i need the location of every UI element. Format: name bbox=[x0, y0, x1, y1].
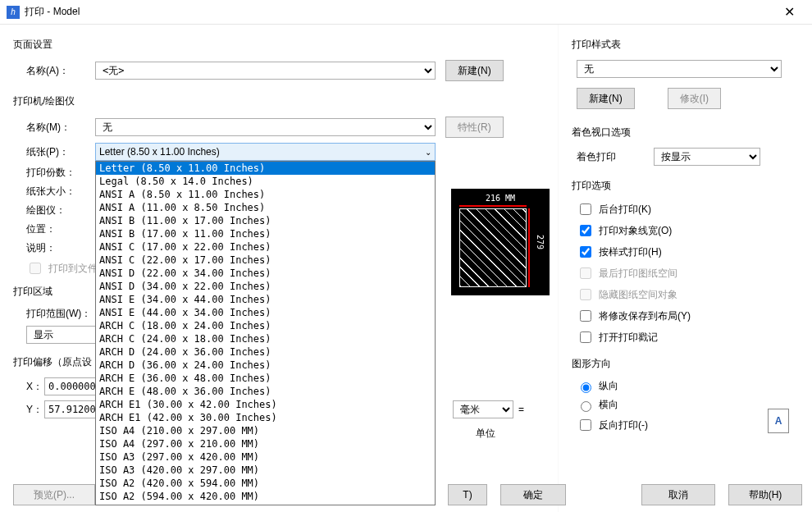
opt-save-label: 将修改保存到布局(Y) bbox=[599, 309, 691, 323]
preview-width-label: 216 MM bbox=[486, 194, 515, 203]
plot-to-file-checkbox bbox=[30, 263, 41, 274]
paper-select[interactable]: Letter (8.50 x 11.00 Inches) ⌄ bbox=[95, 143, 436, 161]
close-icon[interactable]: ✕ bbox=[773, 4, 805, 20]
preview-margin-top-icon bbox=[459, 205, 527, 207]
paper-option[interactable]: ISO A3 (420.00 x 297.00 MM) bbox=[96, 464, 435, 477]
desc-label: 说明： bbox=[13, 241, 95, 255]
title-bar: h 打印 - Model ✕ bbox=[0, 0, 812, 25]
paper-option[interactable]: ARCH E (36.00 x 48.00 Inches) bbox=[96, 372, 435, 385]
opt-lineweight-label: 打印对象线宽(O) bbox=[599, 224, 672, 238]
opt-stamp-label: 打开打印戳记 bbox=[599, 331, 658, 345]
orient-landscape-label: 横向 bbox=[599, 398, 618, 412]
paper-option[interactable]: ISO A2 (420.00 x 594.00 MM) bbox=[96, 477, 435, 490]
paper-option[interactable]: ARCH E1 (42.00 x 30.00 Inches) bbox=[96, 411, 435, 424]
page-setup-name-select[interactable]: <无> bbox=[95, 62, 436, 80]
shade-plot-label: 着色打印 bbox=[572, 150, 654, 164]
app-icon: h bbox=[7, 6, 20, 19]
plot-range-label: 打印范围(W)： bbox=[13, 307, 107, 321]
paper-option[interactable]: ANSI B (11.00 x 17.00 Inches) bbox=[96, 214, 435, 227]
opt-last-checkbox bbox=[580, 267, 591, 279]
plot-options-heading: 打印选项 bbox=[572, 179, 799, 193]
paper-option[interactable]: ANSI A (8.50 x 11.00 Inches) bbox=[96, 188, 435, 201]
paper-option[interactable]: ISO A4 (210.00 x 297.00 MM) bbox=[96, 424, 435, 437]
preview-button: 预览(P)... bbox=[13, 484, 95, 505]
style-modify-button: 修改(I) bbox=[668, 88, 721, 109]
copies-label: 打印份数： bbox=[13, 166, 95, 180]
printer-heading: 打印机/绘图仪 bbox=[13, 94, 545, 108]
page-setup-heading: 页面设置 bbox=[13, 38, 545, 52]
paper-option[interactable]: ARCH D (36.00 x 24.00 Inches) bbox=[96, 359, 435, 372]
paper-option[interactable]: ARCH D (24.00 x 36.00 Inches) bbox=[96, 345, 435, 359]
paper-option[interactable]: ISO A3 (297.00 x 420.00 MM) bbox=[96, 450, 435, 464]
opt-lineweight-checkbox[interactable] bbox=[580, 225, 591, 236]
page-setup-name-label: 名称(A)： bbox=[13, 64, 95, 78]
orient-landscape-radio[interactable] bbox=[581, 401, 591, 412]
location-label: 位置： bbox=[13, 222, 95, 236]
orient-portrait-radio[interactable] bbox=[581, 382, 591, 393]
paper-size-label: 纸张大小： bbox=[13, 185, 95, 199]
paper-selected-value: Letter (8.50 x 11.00 Inches) bbox=[99, 146, 220, 158]
opt-hide-label: 隐藏图纸空间对象 bbox=[599, 288, 677, 302]
paper-option[interactable]: ISO A2 (594.00 x 420.00 MM) bbox=[96, 490, 435, 503]
paper-option[interactable]: ANSI E (34.00 x 44.00 Inches) bbox=[96, 293, 435, 306]
opt-stamp-checkbox[interactable] bbox=[580, 331, 591, 343]
cancel-button[interactable]: 取消 bbox=[641, 484, 715, 505]
page-setup-new-button[interactable]: 新建(N) bbox=[445, 60, 504, 81]
opt-styles-label: 按样式打印(H) bbox=[599, 245, 662, 259]
orient-portrait-label: 纵向 bbox=[599, 379, 618, 393]
paper-option[interactable]: ISO A1 (594.00 x 841.00 MM) bbox=[96, 503, 435, 505]
paper-option[interactable]: Letter (8.50 x 11.00 Inches) bbox=[96, 162, 435, 175]
scale-unit-select[interactable]: 毫米 bbox=[453, 400, 513, 418]
orient-reverse-label: 反向打印(-) bbox=[599, 418, 648, 432]
opt-background-checkbox[interactable] bbox=[580, 203, 591, 215]
paper-option[interactable]: ARCH C (18.00 x 24.00 Inches) bbox=[96, 319, 435, 332]
paper-option[interactable]: ARCH E1 (30.00 x 42.00 Inches) bbox=[96, 398, 435, 411]
offset-x-label: X： bbox=[26, 380, 44, 394]
printer-name-label: 名称(M)： bbox=[13, 121, 95, 135]
ok-button[interactable]: 确定 bbox=[500, 484, 566, 505]
scale-eq: = bbox=[518, 404, 524, 415]
preview-hatch-icon bbox=[459, 208, 527, 287]
scale-unit-label: 单位 bbox=[476, 427, 495, 441]
paper-option[interactable]: ANSI B (17.00 x 11.00 Inches) bbox=[96, 227, 435, 240]
printer-name-select[interactable]: 无 bbox=[95, 118, 436, 136]
paper-option[interactable]: ANSI C (22.00 x 17.00 Inches) bbox=[96, 254, 435, 267]
window-title: 打印 - Model bbox=[25, 5, 773, 19]
opt-last-label: 最后打印图纸空间 bbox=[599, 267, 677, 281]
opt-styles-checkbox[interactable] bbox=[580, 246, 591, 258]
paper-dropdown-list[interactable]: Letter (8.50 x 11.00 Inches)Legal (8.50 … bbox=[95, 161, 436, 505]
paper-option[interactable]: ANSI D (22.00 x 34.00 Inches) bbox=[96, 267, 435, 280]
paper-option[interactable]: Legal (8.50 x 14.0 Inches) bbox=[96, 175, 435, 188]
paper-label: 纸张(P)： bbox=[13, 145, 95, 159]
orientation-icon: A bbox=[768, 409, 789, 433]
paper-option[interactable]: ARCH C (24.00 x 18.00 Inches) bbox=[96, 332, 435, 345]
plot-to-file-label: 打印到文件 bbox=[48, 262, 98, 276]
opt-hide-checkbox bbox=[580, 289, 591, 300]
style-table-select[interactable]: 无 bbox=[577, 60, 782, 78]
style-table-heading: 打印样式表 bbox=[572, 38, 799, 52]
paper-option[interactable]: ARCH E (48.00 x 36.00 Inches) bbox=[96, 385, 435, 398]
opt-save-checkbox[interactable] bbox=[580, 310, 591, 322]
chevron-down-icon: ⌄ bbox=[425, 148, 431, 157]
preview-margin-right-icon bbox=[528, 208, 530, 287]
paper-option[interactable]: ANSI A (11.00 x 8.50 Inches) bbox=[96, 201, 435, 214]
shade-vp-heading: 着色视口选项 bbox=[572, 126, 799, 139]
paper-option[interactable]: ANSI C (17.00 x 22.00 Inches) bbox=[96, 240, 435, 254]
orientation-heading: 图形方向 bbox=[572, 357, 799, 371]
offset-y-label: Y： bbox=[26, 403, 44, 417]
opt-background-label: 后台打印(K) bbox=[599, 203, 651, 217]
shade-plot-select[interactable]: 按显示 bbox=[654, 148, 760, 166]
orient-reverse-checkbox[interactable] bbox=[580, 419, 591, 431]
paper-option[interactable]: ANSI E (44.00 x 34.00 Inches) bbox=[96, 306, 435, 319]
style-new-button[interactable]: 新建(N) bbox=[577, 88, 635, 109]
preview-height-label: 279 bbox=[536, 235, 545, 249]
apply-layout-button[interactable]: T) bbox=[448, 484, 487, 505]
paper-option[interactable]: ISO A4 (297.00 x 210.00 MM) bbox=[96, 437, 435, 450]
paper-option[interactable]: ANSI D (34.00 x 22.00 Inches) bbox=[96, 280, 435, 293]
plotter-label: 绘图仪： bbox=[13, 203, 95, 217]
help-button[interactable]: 帮助(H) bbox=[728, 484, 802, 505]
printer-properties-button: 特性(R) bbox=[445, 117, 504, 138]
paper-preview: 216 MM 279 bbox=[451, 189, 550, 295]
